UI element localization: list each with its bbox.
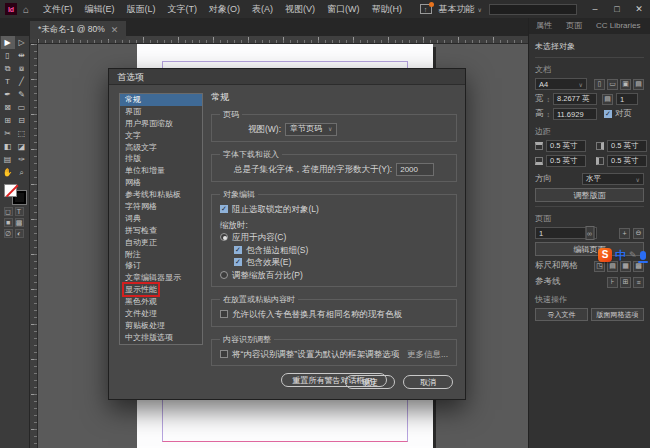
- pref-list-item[interactable]: 文件处理: [120, 308, 202, 320]
- ok-button[interactable]: 确定: [345, 375, 395, 389]
- pref-list-item[interactable]: 拼写检查: [120, 225, 202, 237]
- selection-tool[interactable]: ▶: [1, 36, 15, 49]
- line-tool[interactable]: ╱: [15, 75, 29, 88]
- close-button[interactable]: ✕: [628, 0, 650, 18]
- pref-list-item[interactable]: 用户界面缩放: [120, 118, 202, 130]
- width-field[interactable]: 8.2677 英: [553, 93, 597, 105]
- pref-list-item[interactable]: 黑色外观: [120, 296, 202, 308]
- note-tool[interactable]: ▤: [1, 153, 15, 166]
- screen-mode-icon[interactable]: ◐: [15, 229, 24, 238]
- adjust-layout-button[interactable]: 调整版面: [535, 188, 644, 202]
- margin-field[interactable]: 0.5 英寸: [607, 140, 647, 152]
- ime-microphone-icon[interactable]: [640, 251, 646, 260]
- formatting-affects-text-icon[interactable]: T: [15, 207, 24, 216]
- doc-preset-landscape-icon[interactable]: ▭: [607, 79, 618, 90]
- height-stepper[interactable]: ↕: [547, 111, 551, 118]
- margin-field[interactable]: 0.5 英寸: [546, 140, 586, 152]
- link-margins-icon[interactable]: ∞: [585, 226, 594, 240]
- formatting-affects-container-icon[interactable]: ◻: [4, 207, 13, 216]
- page-tool[interactable]: ▯: [1, 49, 15, 62]
- pref-list-item[interactable]: 排版: [120, 153, 202, 165]
- menu-item[interactable]: 帮助(H): [366, 0, 409, 18]
- margin-field[interactable]: 0.5 英寸: [546, 155, 586, 167]
- pref-list-item[interactable]: 文字: [120, 130, 202, 142]
- direction-select[interactable]: 水平 ∨: [582, 173, 644, 185]
- type-tool[interactable]: T: [1, 75, 15, 88]
- share-icon[interactable]: ↑: [420, 4, 432, 14]
- pref-list-item[interactable]: 中文排版选项: [120, 332, 202, 344]
- cancel-button[interactable]: 取消: [403, 375, 453, 389]
- import-file-button[interactable]: 导入文件: [535, 308, 588, 321]
- doc-preset-slug-icon[interactable]: ▤: [633, 79, 644, 90]
- facing-pages-checkbox[interactable]: ✓: [604, 110, 612, 118]
- add-page-icon[interactable]: +: [619, 228, 630, 239]
- pencil-tool[interactable]: ✎: [15, 88, 29, 101]
- width-stepper[interactable]: ↕: [547, 96, 551, 103]
- pref-list-item[interactable]: 显示性能: [120, 284, 202, 296]
- menu-item[interactable]: 编辑(E): [79, 0, 121, 18]
- menu-item[interactable]: 文件(F): [37, 0, 79, 18]
- pages-count-field[interactable]: 1: [616, 93, 638, 105]
- adjust-percentage-radio[interactable]: [220, 271, 228, 279]
- zoom-tool[interactable]: ⌕: [15, 166, 29, 179]
- sogou-logo-icon[interactable]: S: [598, 248, 612, 262]
- eyedropper-tool[interactable]: ✑: [15, 153, 29, 166]
- pref-list-item[interactable]: 词典: [120, 213, 202, 225]
- ime-chinese-mode-icon[interactable]: 中: [615, 248, 626, 263]
- menu-item[interactable]: 表(A): [246, 0, 279, 18]
- delete-page-icon[interactable]: ⊖: [633, 228, 644, 239]
- vertical-grid-tool[interactable]: ⊟: [15, 114, 29, 127]
- apply-none-icon[interactable]: ∅: [4, 229, 13, 238]
- panel-tab[interactable]: 属性: [529, 18, 559, 34]
- prevent-locked-checkbox[interactable]: ✓: [220, 205, 228, 213]
- page-numbering-view-select[interactable]: 章节页码 ∨: [285, 123, 337, 136]
- pref-list-item[interactable]: 参考线和粘贴板: [120, 189, 202, 201]
- workspace-switcher[interactable]: 基本功能 ∨: [439, 3, 482, 16]
- pref-list-item[interactable]: 附注: [120, 249, 202, 261]
- direct-selection-tool[interactable]: ▷: [15, 36, 29, 49]
- gradient-swatch-tool[interactable]: ◧: [1, 140, 15, 153]
- panel-tab[interactable]: CC Libraries: [589, 18, 647, 34]
- pref-list-item[interactable]: 单位和增量: [120, 165, 202, 177]
- menu-item[interactable]: 窗口(W): [321, 0, 366, 18]
- pen-tool[interactable]: ✒: [1, 88, 15, 101]
- gap-tool[interactable]: ⇹: [15, 49, 29, 62]
- pref-list-item[interactable]: 高级文字: [120, 142, 202, 154]
- pref-list-item[interactable]: 自动更正: [120, 237, 202, 249]
- layout-grid-options-button[interactable]: 版面网格选项: [591, 308, 644, 321]
- rectangle-frame-tool[interactable]: ⊠: [1, 101, 15, 114]
- height-field[interactable]: 11.6929: [553, 108, 597, 120]
- pref-list-item[interactable]: 界面: [120, 106, 202, 118]
- menu-item[interactable]: 视图(V): [279, 0, 321, 18]
- pref-list-item[interactable]: 网格: [120, 177, 202, 189]
- content-aware-default-checkbox[interactable]: [220, 350, 228, 358]
- lock-guides-icon[interactable]: ⊞: [620, 277, 631, 288]
- gradient-feather-tool[interactable]: ◪: [15, 140, 29, 153]
- menu-item[interactable]: 对象(O): [203, 0, 246, 18]
- margin-field[interactable]: 0.5 英寸: [607, 155, 647, 167]
- menu-item[interactable]: 文字(T): [162, 0, 204, 18]
- pref-list-item[interactable]: 文章编辑器显示: [120, 272, 202, 284]
- pref-list-item[interactable]: 常规: [120, 94, 202, 106]
- apply-to-content-radio[interactable]: [220, 233, 228, 241]
- maximize-button[interactable]: □: [606, 0, 628, 18]
- doc-preset-bleed-icon[interactable]: ▣: [620, 79, 631, 90]
- free-transform-tool[interactable]: ⬚: [15, 127, 29, 140]
- panel-tab[interactable]: 页面: [559, 18, 589, 34]
- page-size-select[interactable]: A4 ∨: [535, 78, 587, 90]
- hand-tool[interactable]: ✋: [1, 166, 15, 179]
- pref-list-item[interactable]: 字符网格: [120, 201, 202, 213]
- apply-color-icon[interactable]: ■: [4, 218, 13, 227]
- pref-list-item[interactable]: 修订: [120, 260, 202, 272]
- home-icon[interactable]: ⌂: [23, 4, 29, 15]
- ime-handwriting-icon[interactable]: ✎: [629, 250, 637, 260]
- horizontal-grid-tool[interactable]: ⊞: [1, 114, 15, 127]
- show-guides-icon[interactable]: ⊦: [607, 277, 618, 288]
- more-info-link[interactable]: 更多信息...: [407, 348, 448, 361]
- glyph-count-input[interactable]: [396, 163, 434, 176]
- vertical-ruler[interactable]: [30, 44, 38, 448]
- doc-preset-portrait-icon[interactable]: ▯: [594, 79, 605, 90]
- tab-close-icon[interactable]: ✕: [111, 25, 119, 35]
- minimize-button[interactable]: –: [584, 0, 606, 18]
- menu-item[interactable]: 版面(L): [121, 0, 162, 18]
